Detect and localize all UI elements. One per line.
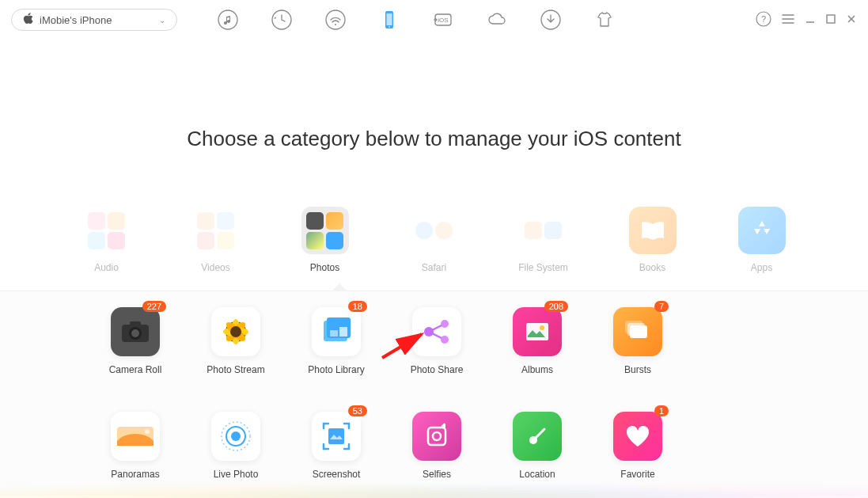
location-icon [513, 412, 562, 461]
wifi-icon[interactable] [324, 9, 347, 31]
sub-grid: 227 Camera Roll Photo Stream 18 Photo Li… [107, 307, 761, 480]
sub-photo-share[interactable]: Photo Share [408, 307, 465, 375]
sub-albums[interactable]: 208 Albums [509, 307, 566, 375]
window-controls: ? [756, 11, 857, 29]
svg-rect-26 [339, 327, 347, 336]
photo-stream-icon [211, 307, 260, 356]
albums-icon: 208 [513, 307, 562, 356]
badge: 53 [348, 405, 367, 416]
sub-label: Favorite [620, 469, 654, 480]
category-label: Apps [751, 262, 772, 273]
svg-text:?: ? [761, 14, 766, 24]
to-ios-icon[interactable]: iOS [432, 9, 454, 31]
phone-icon[interactable] [378, 9, 400, 31]
category-apps[interactable]: Apps [735, 207, 789, 273]
badge: 7 [654, 301, 669, 312]
svg-point-27 [424, 327, 434, 336]
category-label: Photos [310, 262, 339, 273]
svg-point-39 [231, 431, 241, 441]
svg-point-22 [230, 326, 241, 337]
svg-rect-34 [625, 321, 642, 333]
panel-pointer [332, 283, 347, 291]
category-books[interactable]: Books [626, 207, 680, 273]
minimize-button[interactable] [805, 13, 816, 27]
panoramas-icon [111, 412, 160, 461]
maximize-button[interactable] [825, 13, 836, 27]
badge: 227 [142, 301, 166, 312]
category-label: Books [639, 262, 665, 273]
cloud-icon[interactable] [486, 9, 508, 31]
sub-label: Photo Library [308, 364, 364, 375]
svg-point-3 [335, 24, 336, 25]
svg-point-15 [131, 329, 139, 337]
audio-icon [83, 207, 131, 254]
camera-roll-icon: 227 [111, 307, 160, 356]
live-photo-icon [211, 412, 260, 461]
sub-label: Camera Roll [109, 364, 162, 375]
tshirt-icon[interactable] [593, 9, 616, 31]
category-label: Safari [422, 262, 446, 273]
sub-photo-library[interactable]: 18 Photo Library [308, 307, 365, 375]
photo-share-icon [412, 307, 461, 356]
badge: 18 [348, 301, 367, 312]
device-selector[interactable]: iMobie's iPhone ⌄ [11, 9, 177, 31]
chevron-down-icon: ⌄ [159, 16, 165, 25]
svg-rect-25 [330, 330, 338, 336]
badge: 1 [654, 405, 669, 416]
badge: 208 [544, 301, 568, 312]
svg-point-29 [441, 336, 449, 344]
category-videos[interactable]: Videos [189, 207, 243, 273]
sub-selfies[interactable]: Selfies [408, 412, 465, 480]
sub-label: Albums [521, 364, 553, 375]
sub-label: Photo Stream [207, 364, 264, 375]
apple-icon [23, 13, 33, 27]
svg-rect-16 [130, 321, 141, 326]
help-icon[interactable]: ? [756, 11, 771, 29]
category-safari[interactable]: Safari [407, 207, 461, 273]
sub-panel: 227 Camera Roll Photo Stream 18 Photo Li… [0, 291, 868, 496]
category-label: Audio [94, 262, 119, 273]
history-icon[interactable] [271, 9, 293, 31]
category-audio[interactable]: Audio [80, 207, 134, 273]
filesystem-icon [520, 207, 567, 254]
svg-text:iOS: iOS [438, 17, 448, 24]
svg-point-6 [389, 26, 390, 28]
apps-icon [738, 207, 786, 254]
photos-icon [301, 207, 349, 254]
toolbar: iMobie's iPhone ⌄ iOS ? [0, 0, 868, 40]
sub-label: Screenshot [313, 469, 361, 480]
sub-label: Live Photo [214, 469, 259, 480]
screenshot-icon: 53 [312, 412, 361, 461]
sub-screenshot[interactable]: 53 Screenshot [308, 412, 365, 480]
sub-favorite[interactable]: 1 Favorite [609, 412, 666, 480]
sub-label: Location [519, 469, 555, 480]
category-photos[interactable]: Photos [298, 207, 352, 273]
svg-rect-30 [526, 323, 548, 340]
music-icon[interactable] [217, 9, 239, 31]
svg-rect-12 [827, 15, 835, 23]
device-name-label: iMobie's iPhone [40, 14, 112, 26]
svg-point-36 [145, 429, 150, 434]
photo-library-icon: 18 [312, 307, 361, 356]
sub-bursts[interactable]: 7 Bursts [609, 307, 666, 375]
close-button[interactable] [846, 13, 857, 27]
sub-label: Selfies [423, 469, 451, 480]
sub-location[interactable]: Location [509, 412, 566, 480]
videos-icon [192, 207, 240, 254]
safari-icon [411, 207, 458, 254]
category-filesystem[interactable]: File System [517, 207, 570, 273]
svg-rect-5 [387, 13, 392, 25]
category-label: Videos [201, 262, 229, 273]
svg-rect-41 [428, 428, 445, 445]
menu-icon[interactable] [781, 12, 795, 29]
page-title: Choose a category below to manage your i… [0, 127, 868, 151]
sub-panoramas[interactable]: Panoramas [107, 412, 164, 480]
sub-live-photo[interactable]: Live Photo [207, 412, 264, 480]
sub-camera-roll[interactable]: 227 Camera Roll [107, 307, 164, 375]
category-row: Audio Videos Photos Safari File System B… [0, 207, 868, 273]
download-icon[interactable] [540, 9, 562, 31]
svg-rect-40 [328, 428, 344, 444]
sub-photo-stream[interactable]: Photo Stream [207, 307, 264, 375]
favorite-icon: 1 [613, 412, 662, 461]
toolbar-icons: iOS [217, 9, 616, 31]
